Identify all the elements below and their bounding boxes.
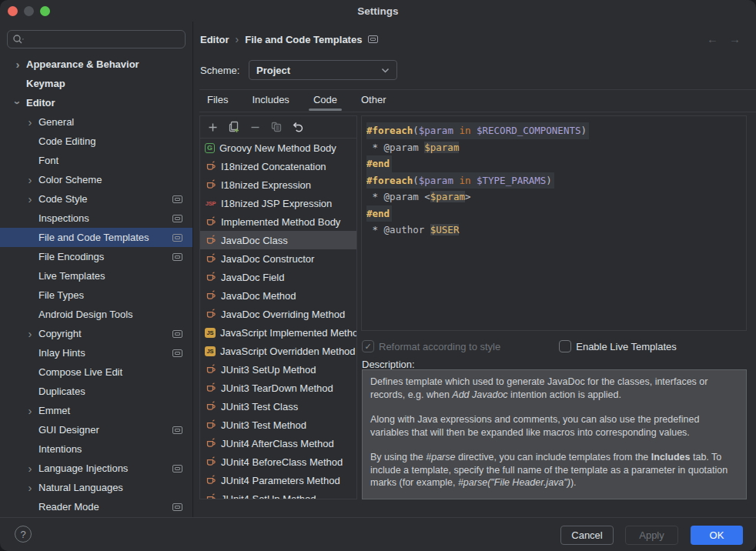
sidebar-item-live-templates[interactable]: ›Live Templates — [0, 266, 192, 286]
chevron-down-icon[interactable]: › — [12, 96, 24, 110]
sidebar-item-duplicates[interactable]: ›Duplicates — [0, 382, 192, 401]
template-item[interactable]: JavaDoc Method — [200, 286, 356, 305]
template-item[interactable]: JUnit3 Test Class — [200, 397, 356, 416]
template-item[interactable]: JSJavaScript Implemented Method Body — [200, 323, 356, 342]
jsp-file-icon: JSP — [205, 198, 216, 209]
template-item[interactable]: JSPI18nized JSP Expression — [200, 194, 356, 212]
java-file-icon — [205, 419, 216, 430]
chevron-down-icon — [381, 68, 390, 73]
forward-arrow-icon[interactable]: → — [729, 32, 741, 45]
chevron-right-icon[interactable]: › — [23, 193, 37, 205]
chevron-right-icon[interactable]: › — [23, 463, 37, 474]
sidebar-item-copyright[interactable]: ›Copyright — [0, 324, 192, 343]
java-file-icon — [205, 456, 216, 467]
breadcrumb-editor[interactable]: Editor — [200, 34, 229, 45]
template-item[interactable]: JavaDoc Constructor — [200, 249, 356, 268]
template-code-editor[interactable]: #foreach($param in $RECORD_COMPONENTS) *… — [361, 115, 747, 331]
settings-tree: ›Appearance & Behavior ›Keymap ›Editor ›… — [0, 55, 192, 516]
template-item[interactable]: JSJavaScript Overridden Method Body — [200, 342, 356, 360]
sidebar-item-appearance-behavior[interactable]: ›Appearance & Behavior — [0, 55, 192, 74]
back-arrow-icon[interactable]: ← — [707, 32, 718, 45]
template-item[interactable]: I18nized Concatenation — [200, 157, 356, 175]
code-line: * @author $USER — [366, 222, 741, 239]
sidebar-item-gui-designer[interactable]: ›GUI Designer — [0, 420, 192, 439]
ok-button[interactable]: OK — [691, 526, 743, 545]
description-label: Description: — [362, 359, 415, 370]
duplicate-icon[interactable] — [228, 121, 240, 133]
template-item[interactable]: JUnit4 BeforeClass Method — [200, 452, 356, 471]
chevron-right-icon[interactable]: › — [23, 328, 37, 339]
sidebar-item-code-style[interactable]: ›Code Style — [0, 189, 192, 209]
chevron-right-icon[interactable]: › — [23, 405, 37, 416]
sidebar-item-reader-mode[interactable]: ›Reader Mode — [0, 497, 192, 516]
java-file-icon — [205, 364, 216, 375]
tab-files[interactable]: Files — [206, 92, 229, 110]
chevron-right-icon[interactable]: › — [23, 174, 37, 185]
add-icon[interactable] — [207, 122, 219, 133]
title-bar[interactable]: Settings — [0, 0, 756, 22]
cancel-button[interactable]: Cancel — [560, 526, 614, 545]
dialog-footer: ? Cancel Apply OK — [0, 517, 756, 551]
chevron-right-icon[interactable]: › — [23, 116, 37, 128]
template-item[interactable]: GGroovy New Method Body — [200, 139, 356, 157]
chevron-right-icon[interactable]: › — [23, 482, 37, 493]
sidebar-item-font[interactable]: ›Font — [0, 151, 192, 170]
project-settings-icon — [172, 465, 182, 473]
tab-other[interactable]: Other — [360, 92, 388, 110]
tab-code[interactable]: Code — [312, 92, 339, 110]
sidebar-item-android-design-tools[interactable]: ›Android Design Tools — [0, 305, 192, 324]
template-item[interactable]: JUnit3 TearDown Method — [200, 379, 356, 397]
template-item[interactable]: JUnit3 SetUp Method — [200, 360, 356, 379]
sidebar-item-file-encodings[interactable]: ›File Encodings — [0, 247, 192, 266]
template-item[interactable]: JUnit4 SetUp Method — [200, 489, 356, 499]
template-item[interactable]: I18nized Expression — [200, 175, 356, 194]
scheme-select[interactable]: Project — [249, 60, 397, 80]
sidebar-item-intentions[interactable]: ›Intentions — [0, 439, 192, 459]
sidebar-item-keymap[interactable]: ›Keymap — [0, 74, 192, 93]
groovy-file-icon: G — [205, 143, 215, 153]
help-button[interactable]: ? — [15, 526, 32, 543]
sidebar-item-inlay-hints[interactable]: ›Inlay Hints — [0, 343, 192, 362]
sidebar-item-file-types[interactable]: ›File Types — [0, 286, 192, 305]
java-file-icon — [205, 438, 216, 449]
code-line: #foreach($param in $RECORD_COMPONENTS) — [366, 122, 589, 139]
java-file-icon — [205, 161, 216, 172]
sidebar-item-emmet[interactable]: ›Emmet — [0, 401, 192, 420]
sidebar-item-inspections[interactable]: ›Inspections — [0, 209, 192, 228]
apply-button-disabled: Apply — [625, 526, 678, 545]
tab-includes[interactable]: Includes — [250, 92, 290, 110]
code-line: #end — [366, 155, 392, 172]
enable-live-templates-label: Enable Live Templates — [576, 341, 677, 352]
chevron-right-icon[interactable]: › — [11, 58, 25, 70]
options-row: ✓ Reformat according to style Enable Liv… — [362, 340, 747, 352]
sidebar-item-general[interactable]: ›General — [0, 112, 192, 132]
template-item-selected[interactable]: JavaDoc Class — [200, 231, 356, 249]
sidebar-item-language-injections[interactable]: ›Language Injections — [0, 459, 192, 478]
sidebar-item-compose-live-edit[interactable]: ›Compose Live Edit — [0, 362, 192, 382]
search-input[interactable] — [7, 30, 186, 48]
template-item[interactable]: JUnit4 Parameters Method — [200, 471, 356, 489]
javascript-file-icon: JS — [205, 328, 216, 338]
project-settings-icon — [172, 253, 182, 261]
code-line: * @param <$param> — [366, 189, 741, 205]
sidebar-item-editor[interactable]: ›Editor — [0, 93, 192, 112]
remove-icon[interactable] — [249, 122, 261, 133]
template-item[interactable]: JavaDoc Field — [200, 268, 356, 286]
sidebar-item-natural-languages[interactable]: ›Natural Languages — [0, 478, 192, 497]
sidebar-item-file-and-code-templates[interactable]: ›File and Code Templates — [0, 228, 192, 247]
template-item[interactable]: JavaDoc Overriding Method — [200, 305, 356, 323]
template-item[interactable]: Implemented Method Body — [200, 212, 356, 231]
template-item[interactable]: JUnit4 AfterClass Method — [200, 434, 356, 452]
java-file-icon — [205, 290, 216, 301]
template-item[interactable]: JUnit3 Test Method — [200, 416, 356, 434]
javascript-file-icon: JS — [205, 346, 216, 356]
enable-live-templates-checkbox[interactable] — [559, 340, 571, 352]
reset-icon[interactable] — [292, 121, 304, 133]
project-settings-icon — [368, 35, 378, 43]
sidebar-item-color-scheme[interactable]: ›Color Scheme — [0, 170, 192, 189]
reformat-label: Reformat according to style — [379, 341, 500, 352]
project-settings-icon — [172, 234, 182, 242]
sidebar-item-code-editing[interactable]: ›Code Editing — [0, 132, 192, 151]
project-settings-icon — [172, 349, 182, 357]
copy-icon[interactable] — [270, 121, 283, 133]
